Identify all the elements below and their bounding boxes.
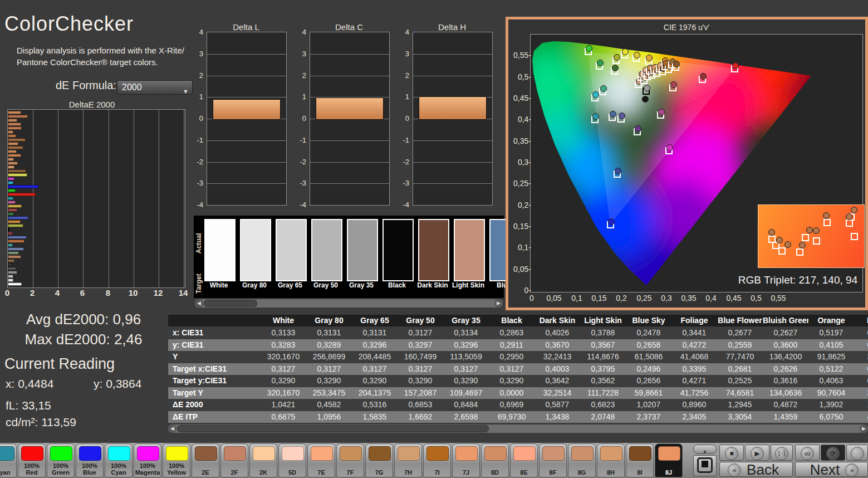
deltae-bar (8, 158, 14, 161)
next-button[interactable]: Next» (795, 462, 868, 477)
patch-button-8i[interactable]: 8I (626, 443, 654, 477)
gridline (310, 162, 389, 163)
axis-tick-label: 0 (190, 114, 203, 123)
swatch-scroll-thumb[interactable] (204, 300, 257, 307)
table-cell: 6,0750 (808, 411, 854, 423)
cie-inset-square (823, 219, 831, 226)
cie-inset-square (796, 248, 803, 256)
axis-tick-label: 0,25- (512, 179, 531, 188)
pattern-window-button[interactable] (693, 455, 717, 476)
table-cell: 0,3283 (261, 339, 306, 351)
patch-label: 8D (482, 469, 508, 476)
patch-label: 100% Blue (76, 462, 103, 476)
cie-chart-plot: RGB Triplet: 217, 140, 94 (530, 34, 863, 292)
axis-tick-label: 0,45- (512, 94, 531, 103)
deltae-bar (8, 267, 16, 270)
patch-button-8f[interactable]: 8F (539, 443, 567, 477)
patch-button-7i[interactable]: 7I (423, 443, 451, 477)
patch-button-7h[interactable]: 7H (394, 443, 422, 477)
patch-button-5d[interactable]: 5D (278, 443, 306, 477)
deltae-bar (8, 228, 9, 231)
patch-button-8e[interactable]: 8E (510, 443, 538, 477)
axis-tick-label: 0,1- (512, 243, 531, 252)
table-cell: 0,4105 (808, 339, 854, 351)
table-cell: 256,8699 (306, 351, 352, 363)
cie-measured-dot (586, 45, 592, 52)
scroll-right-icon[interactable]: ▶ (494, 299, 503, 308)
axis-tick-label: 0,1 (566, 294, 588, 303)
patch-button-100blue[interactable]: 100% Blue (76, 443, 104, 477)
stop-button[interactable]: ■ (719, 445, 744, 461)
chevron-up-icon: ▲ (703, 448, 708, 454)
gridline (207, 183, 286, 184)
patch-button-8d[interactable]: 8D (481, 443, 509, 477)
gridline (207, 54, 286, 55)
cie-measured-dot (634, 52, 640, 58)
patch-button-7j[interactable]: 7J (452, 443, 480, 477)
table-cell: 3,3054 (717, 411, 763, 423)
scroll-right-icon[interactable]: ▶ (860, 425, 868, 433)
patch-button-100red[interactable]: 100% Red (18, 443, 46, 477)
table-header-cell: Blue Flower (717, 315, 763, 326)
play-button[interactable]: ▶ (745, 445, 769, 461)
deltae-bar (8, 123, 21, 126)
pattern-button[interactable]: [··] (771, 445, 793, 461)
loop-button[interactable]: ⟳ (821, 445, 845, 461)
swatch-scrollbar[interactable]: ◀ ▶ (195, 299, 503, 308)
table-cell: 0,4063 (808, 375, 854, 387)
deltae-chart-title: DeltaE 2000 (0, 100, 184, 109)
loop-icon: ⟳ (826, 447, 840, 460)
patch-color-chip (658, 446, 680, 461)
deltae-bar (8, 212, 14, 216)
cie-diagram-panel: CIE 1976 u'v' (506, 17, 868, 310)
spinner-up-button[interactable]: ▲ (693, 445, 717, 454)
axis-tick-label: 1 (190, 92, 203, 101)
axis-tick-label: 4 (49, 288, 66, 297)
swatch-black (382, 219, 414, 281)
patch-button-8g[interactable]: 8G (568, 443, 596, 477)
blank-button[interactable] (846, 445, 868, 461)
cie-measured-dot (646, 55, 653, 61)
table-scroll-thumb[interactable] (177, 425, 489, 432)
table-scrollbar[interactable]: ◀ ▶ (168, 425, 868, 433)
swatch-label: Dark Skin (415, 281, 450, 289)
table-cell: 157,2087 (398, 387, 443, 399)
table-header-cell: Gray 65 (352, 315, 398, 326)
patch-color-chip (50, 446, 72, 461)
patch-color-chip (195, 446, 217, 461)
patch-button-cyan[interactable]: Cyan (0, 443, 17, 477)
de-formula-dropdown[interactable]: 2000 ▼ (117, 80, 193, 95)
patch-button-100green[interactable]: 100% Green (47, 443, 75, 477)
table-cell: 0,2525 (717, 375, 763, 387)
patch-color-chip (369, 446, 391, 461)
gridline (413, 54, 492, 55)
patch-color-chip (311, 446, 333, 461)
patch-button-8j[interactable]: 8J (655, 443, 683, 477)
patch-button-100cyan[interactable]: 100% Cyan (105, 443, 133, 477)
patch-button-2f[interactable]: 2F (220, 443, 248, 477)
patch-button-7g[interactable]: 7G (365, 443, 393, 477)
patch-button-2k[interactable]: 2K (249, 443, 277, 477)
axis-tick-label: 0 (0, 288, 16, 297)
table-cell: 0,2478 (626, 327, 671, 339)
delta-chart-plot (413, 32, 493, 206)
cie-measured-dot (700, 73, 707, 80)
cie-measured-dot (658, 109, 665, 115)
patch-label: 8F (540, 469, 566, 476)
patch-button-7e[interactable]: 7E (307, 443, 335, 477)
patch-button-100yellow[interactable]: 100% Yellow (163, 443, 190, 477)
back-button[interactable]: «Back (719, 462, 793, 477)
gridline (184, 110, 184, 287)
table-cell: 0,193 (854, 339, 868, 351)
patch-button-7f[interactable]: 7F (336, 443, 364, 477)
axis-tick-label: 0,5 (745, 294, 767, 303)
continuous-button[interactable]: ∞ (795, 445, 820, 461)
scroll-left-icon[interactable]: ◀ (168, 425, 176, 433)
delta-chart-title: Delta L (207, 22, 286, 32)
scroll-left-icon[interactable]: ◀ (195, 299, 203, 308)
patch-button-8h[interactable]: 8H (597, 443, 625, 477)
table-cell: 0,3127 (443, 363, 489, 375)
gridline (413, 140, 492, 141)
patch-button-2e[interactable]: 2E (192, 443, 219, 477)
patch-button-100magenta[interactable]: 100% Magenta (134, 443, 161, 477)
